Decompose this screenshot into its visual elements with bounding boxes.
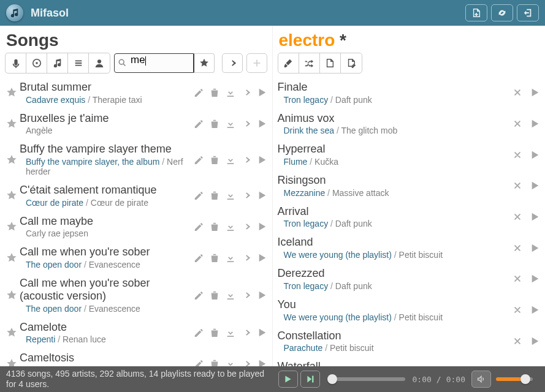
play-track-button[interactable]	[530, 243, 540, 253]
delete-song-button[interactable]	[210, 222, 219, 232]
favorite-toggle[interactable]	[4, 327, 20, 338]
edit-song-button[interactable]	[194, 155, 204, 165]
download-song-button[interactable]	[226, 359, 235, 366]
filter-songs-button[interactable]	[47, 53, 68, 73]
song-album[interactable]: Buffy the vampire slayer, the album	[26, 157, 159, 167]
upload-button[interactable]	[465, 4, 487, 21]
favorite-toggle[interactable]	[4, 358, 20, 366]
filter-playlists-button[interactable]	[68, 53, 89, 73]
edit-song-button[interactable]	[194, 119, 204, 129]
favorite-toggle[interactable]	[4, 154, 20, 165]
play-song-button[interactable]	[257, 253, 267, 263]
remove-track-button[interactable]	[513, 88, 522, 97]
download-song-button[interactable]	[226, 88, 235, 97]
download-song-button[interactable]	[226, 328, 235, 337]
download-song-button[interactable]	[226, 190, 235, 200]
delete-song-button[interactable]	[210, 359, 219, 366]
queue-song-button[interactable]	[242, 190, 251, 200]
track-album[interactable]: Flume	[284, 157, 308, 167]
refresh-button[interactable]	[491, 4, 513, 21]
remove-track-button[interactable]	[513, 244, 522, 252]
delete-song-button[interactable]	[210, 290, 219, 300]
play-track-button[interactable]	[530, 88, 540, 97]
play-track-button[interactable]	[530, 305, 540, 315]
queue-song-button[interactable]	[242, 222, 251, 232]
song-album[interactable]: The open door	[26, 260, 82, 270]
seek-slider[interactable]	[327, 377, 405, 381]
edit-song-button[interactable]	[194, 222, 204, 232]
remove-track-button[interactable]	[513, 151, 522, 159]
delete-song-button[interactable]	[210, 88, 219, 97]
edit-song-button[interactable]	[194, 290, 204, 300]
edit-song-button[interactable]	[194, 253, 204, 263]
remove-track-button[interactable]	[513, 181, 522, 190]
logout-button[interactable]	[517, 4, 539, 21]
play-song-button[interactable]	[257, 119, 267, 129]
play-song-button[interactable]	[257, 328, 267, 337]
delete-song-button[interactable]	[210, 119, 219, 129]
edit-song-button[interactable]	[194, 190, 204, 200]
queue-song-button[interactable]	[242, 290, 251, 300]
play-song-button[interactable]	[257, 290, 267, 300]
play-song-button[interactable]	[257, 222, 267, 232]
new-playlist-button[interactable]	[320, 53, 341, 73]
mute-button[interactable]	[471, 371, 491, 388]
remove-track-button[interactable]	[513, 306, 522, 314]
edit-song-button[interactable]	[194, 359, 204, 366]
next-track-button[interactable]	[300, 371, 320, 388]
queue-song-button[interactable]	[242, 119, 251, 129]
download-song-button[interactable]	[226, 155, 235, 165]
filter-albums-button[interactable]	[26, 53, 47, 73]
volume-thumb[interactable]	[520, 374, 530, 384]
remove-track-button[interactable]	[513, 274, 522, 283]
song-album[interactable]: Repenti	[26, 334, 55, 344]
queue-song-button[interactable]	[242, 328, 251, 337]
track-album[interactable]: We were young (the playlist)	[284, 250, 392, 260]
save-playlist-button[interactable]	[341, 53, 362, 73]
track-album[interactable]: Mezzanine	[284, 188, 326, 198]
play-track-button[interactable]	[530, 150, 540, 160]
play-button[interactable]	[278, 371, 298, 388]
track-album[interactable]: Tron legacy	[284, 219, 329, 228]
queue-song-button[interactable]	[242, 359, 251, 366]
favorite-toggle[interactable]	[4, 221, 20, 232]
songs-list[interactable]: Brutal summer Cadavre exquis / Therapie …	[0, 77, 272, 366]
shuffle-button[interactable]	[299, 53, 320, 73]
filter-artists-button[interactable]	[6, 53, 26, 73]
delete-song-button[interactable]	[210, 155, 219, 165]
delete-song-button[interactable]	[210, 190, 219, 200]
song-album[interactable]: Cœur de pirate	[26, 198, 83, 208]
favorite-toggle[interactable]	[4, 290, 20, 301]
play-song-button[interactable]	[257, 359, 267, 366]
clear-playlist-button[interactable]	[278, 53, 299, 73]
play-track-button[interactable]	[530, 181, 540, 190]
song-album[interactable]: The open door	[26, 304, 82, 314]
play-track-button[interactable]	[530, 212, 540, 222]
filter-users-button[interactable]	[89, 53, 110, 73]
queue-song-button[interactable]	[242, 88, 251, 97]
download-song-button[interactable]	[226, 290, 235, 300]
song-album[interactable]: Cadavre exquis	[26, 95, 85, 105]
download-song-button[interactable]	[226, 253, 235, 263]
volume-slider[interactable]	[496, 377, 533, 381]
remove-track-button[interactable]	[513, 119, 522, 128]
queue-song-button[interactable]	[242, 155, 251, 165]
track-album[interactable]: Tron legacy	[284, 281, 329, 291]
track-album[interactable]: We were young (the playlist)	[284, 312, 392, 322]
favorite-toggle[interactable]	[4, 118, 20, 129]
play-track-button[interactable]	[530, 119, 540, 129]
play-song-button[interactable]	[257, 190, 267, 200]
edit-song-button[interactable]	[194, 328, 204, 337]
song-album[interactable]: Follow the leader	[26, 366, 91, 366]
play-song-button[interactable]	[257, 88, 267, 97]
seek-thumb[interactable]	[327, 374, 337, 384]
go-button[interactable]	[222, 53, 243, 73]
favorite-toggle[interactable]	[4, 190, 20, 201]
track-album[interactable]: Drink the sea	[284, 126, 334, 135]
queue-song-button[interactable]	[242, 253, 251, 263]
playlist-list[interactable]: Finale Tron legacy / Daft punk Animus vo…	[273, 77, 546, 366]
filter-favorites-button[interactable]	[194, 53, 215, 73]
play-track-button[interactable]	[530, 274, 540, 284]
favorite-toggle[interactable]	[4, 87, 20, 98]
delete-song-button[interactable]	[210, 328, 219, 337]
